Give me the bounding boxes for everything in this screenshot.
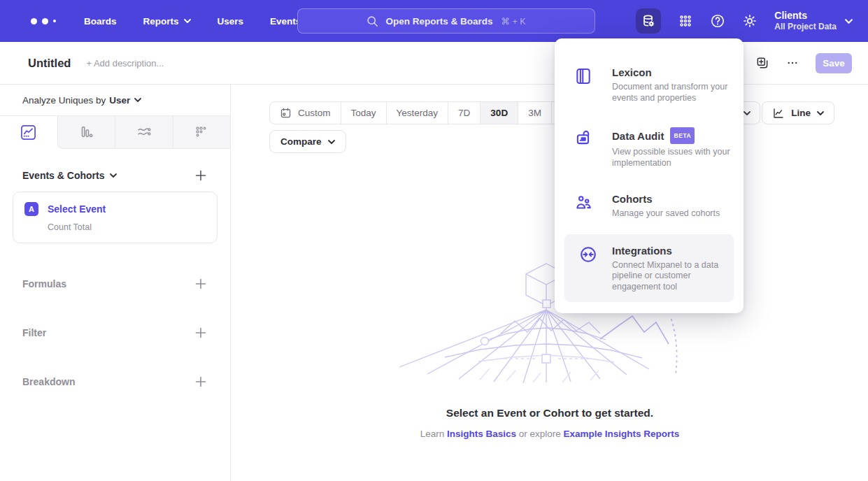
report-title[interactable]: Untitled [28,57,71,70]
compare-label: Compare [280,136,322,147]
report-canvas: Custom Today Yesterday 7D 30D 3M 6M Comp… [232,85,868,481]
chevron-down-icon [817,111,824,115]
example-insights-reports-link[interactable]: Example Insights Reports [564,429,680,439]
nav-item-reports[interactable]: Reports [143,16,191,27]
chart-type-tabs [0,116,230,149]
flow-icon [136,124,152,140]
add-event-button[interactable] [195,170,206,181]
apps-grid-button[interactable] [678,13,693,29]
chart-type-label: Line [791,108,811,118]
events-cohorts-toggle[interactable]: Events & Cohorts [22,170,117,181]
global-search-input[interactable]: Open Reports & Boards ⌘ + K [297,8,595,34]
users-icon [555,192,612,220]
search-icon [367,15,378,27]
data-management-button[interactable] [636,8,661,34]
database-gear-icon [641,13,656,29]
tab-bar-chart[interactable] [57,116,115,149]
range-today[interactable]: Today [341,102,386,124]
duplicate-button[interactable] [755,56,769,70]
navbar-right: Clients All Project Data [636,0,853,42]
analyze-by-value: User [109,95,130,106]
duplicate-icon [755,56,769,70]
nav-item-users[interactable]: Users [218,16,244,27]
nav-label: Reports [143,16,179,27]
query-builder-sidebar: Analyze Uniques by User [0,85,231,481]
add-formula-button[interactable] [195,278,206,289]
range-label: Today [351,108,376,118]
menu-item-lexicon[interactable]: Lexicon Document and transform your even… [555,57,744,113]
range-3m[interactable]: 3M [518,102,551,124]
apps-grid-icon [678,13,693,29]
menu-item-data-audit[interactable]: Data AuditBETA View possible issues with… [555,118,744,178]
plus-icon [195,170,206,181]
tab-line-chart[interactable] [0,116,57,149]
select-event-button[interactable]: Select Event [48,203,106,215]
settings-button[interactable] [742,13,757,29]
chevron-down-icon [184,19,191,23]
menu-item-integrations[interactable]: Integrations Connect Mixpanel to a data … [564,234,734,303]
events-cohorts-label: Events & Cohorts [22,170,104,181]
mixpanel-logo[interactable] [31,18,56,24]
nav-label: Events [270,16,301,27]
analyze-by-dropdown[interactable]: User [109,95,141,106]
empty-state-title: Select an Event or Cohort to get started… [232,407,868,419]
tab-flow-chart[interactable] [115,116,173,149]
calendar-icon [280,107,292,119]
menu-item-desc: Manage your saved cohorts [612,208,739,220]
bar-chart-icon [78,124,94,140]
range-custom[interactable]: Custom [270,102,341,124]
filter-section: Filter [0,324,230,341]
retention-grid-icon [194,124,209,140]
line-chart-icon [772,107,785,120]
chevron-down-icon [110,173,117,178]
settings-gear-icon [742,13,757,29]
plus-icon [195,327,206,338]
nav-item-events[interactable]: Events [270,16,301,27]
insights-basics-link[interactable]: Insights Basics [447,429,516,439]
range-30d[interactable]: 30D [480,102,518,124]
chevron-down-icon [134,98,141,102]
nav-label: Users [218,16,244,27]
range-label: Custom [298,108,331,118]
more-menu-button[interactable] [786,57,799,69]
search-placeholder: Open Reports & Boards [385,16,492,27]
org-name: Clients [774,10,837,22]
date-range-picker: Custom Today Yesterday 7D 30D 3M 6M [269,101,585,124]
menu-item-title: Data Audit [612,129,664,143]
event-series-badge: A [24,202,38,216]
add-description-field[interactable]: + Add description... [86,58,164,69]
nav-item-boards[interactable]: Boards [84,16,117,27]
book-icon [555,66,612,103]
empty-state-links: Learn Insights Basics or explore Example… [232,429,868,439]
save-button[interactable]: Save [816,53,852,73]
data-management-menu: Lexicon Document and transform your even… [555,38,744,313]
range-yesterday[interactable]: Yesterday [386,102,448,124]
menu-item-desc: Connect Mixpanel to a data pipeline or c… [612,260,734,293]
primary-nav: Boards Reports Users Events [84,16,301,27]
beta-badge: BETA [670,127,695,144]
help-button[interactable] [710,13,725,29]
project-picker[interactable]: Clients All Project Data [774,10,853,32]
help-icon [710,13,725,29]
range-label: 7D [458,108,470,118]
logo-dot [42,18,48,24]
range-7d[interactable]: 7D [448,102,480,124]
menu-item-title: Integrations [612,244,672,257]
project-scope: All Project Data [774,22,837,32]
range-label: 30D [490,108,508,118]
menu-item-cohorts[interactable]: Cohorts Manage your saved cohorts [555,183,744,229]
add-filter-button[interactable] [195,327,206,338]
event-measurement-dropdown[interactable]: Count Total [48,222,206,232]
menu-item-title: Lexicon [612,66,652,79]
compare-dropdown[interactable]: Compare [269,130,346,153]
sync-arrows-icon [564,244,612,293]
search-shortcut: ⌘ + K [501,16,525,27]
formulas-section: Formulas [0,275,230,292]
event-card[interactable]: A Select Event Count Total [13,192,218,243]
chart-type-dropdown[interactable]: Line [762,101,834,124]
line-chart-icon [20,124,36,141]
report-header-actions: Save [755,42,852,84]
tab-retention-grid[interactable] [173,116,231,149]
add-breakdown-button[interactable] [195,376,206,387]
learn-prefix: Learn [420,429,447,439]
